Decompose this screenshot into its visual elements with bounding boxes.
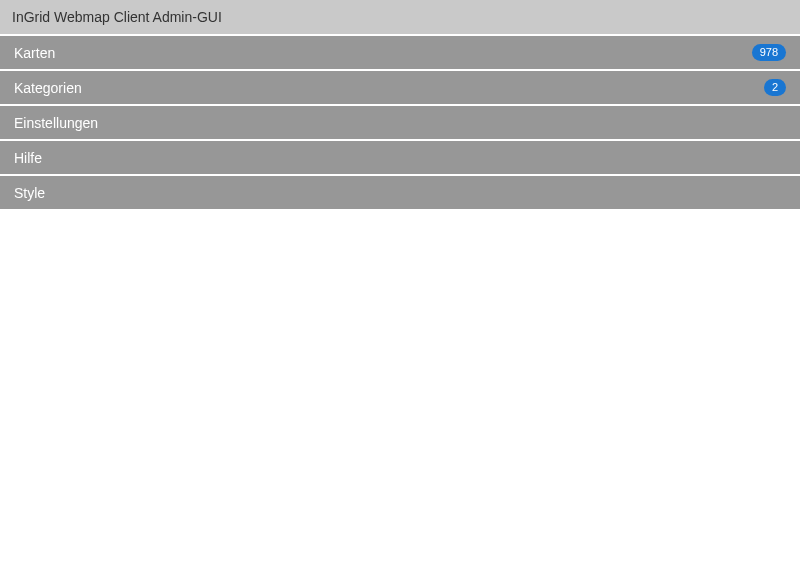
menu-list: Karten 978 Kategorien 2 Einstellungen Hi… — [0, 36, 800, 209]
menu-item-hilfe[interactable]: Hilfe — [0, 141, 800, 174]
menu-item-style[interactable]: Style — [0, 176, 800, 209]
menu-item-label: Kategorien — [14, 80, 82, 96]
badge-karten: 978 — [752, 44, 786, 61]
badge-kategorien: 2 — [764, 79, 786, 96]
menu-item-label: Hilfe — [14, 150, 42, 166]
menu-item-kategorien[interactable]: Kategorien 2 — [0, 71, 800, 104]
menu-item-label: Style — [14, 185, 45, 201]
app-header: InGrid Webmap Client Admin-GUI — [0, 0, 800, 34]
app-title: InGrid Webmap Client Admin-GUI — [12, 9, 222, 25]
menu-item-karten[interactable]: Karten 978 — [0, 36, 800, 69]
menu-item-label: Einstellungen — [14, 115, 98, 131]
menu-item-einstellungen[interactable]: Einstellungen — [0, 106, 800, 139]
menu-item-label: Karten — [14, 45, 55, 61]
